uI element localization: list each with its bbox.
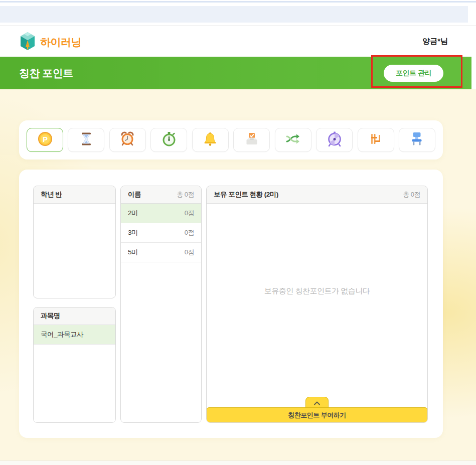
bell-icon [203, 131, 218, 148]
activity-toolbar: P [19, 120, 443, 160]
browser-chrome-band [0, 6, 468, 23]
tool-roulette-wheel-button[interactable] [316, 128, 353, 152]
shuffle-icon [285, 131, 301, 149]
chevron-up-icon [313, 398, 321, 407]
tool-praise-point-button[interactable]: P [27, 128, 63, 152]
point-coin-icon: P [37, 131, 53, 149]
logo-text: 하이러닝 [40, 35, 81, 49]
student-name: 2미 [128, 209, 138, 218]
class-panel-title: 학년 반 [41, 190, 62, 199]
logo-cube-icon [19, 31, 36, 53]
student-points: 0점 [185, 228, 194, 237]
praise-point-card: 학년 반 과목명 국어_과목교사 이름 총 0점 2미 0점 3미 [19, 170, 443, 438]
subject-panel: 과목명 국어_과목교사 [33, 307, 116, 423]
top-accent-line [0, 1, 476, 3]
tool-alarm-clock-button[interactable] [109, 128, 146, 152]
subject-panel-header: 과목명 [34, 307, 115, 325]
student-name: 3미 [128, 228, 138, 237]
tool-stopwatch-button[interactable] [150, 128, 187, 152]
points-panel-header: 보유 포인트 현황 (2미) 총 0점 [207, 186, 427, 204]
page-title-bar: 칭찬 포인트 포인트 관리 [0, 57, 471, 89]
svg-text:P: P [42, 135, 47, 143]
empty-points-message: 보유중인 칭찬포인트가 없습니다 [207, 286, 427, 296]
name-panel: 이름 총 0점 2미 0점 3미 0점 5미 0점 [120, 186, 202, 423]
points-panel-title: 보유 포인트 현황 (2미) [214, 190, 278, 199]
student-row[interactable]: 2미 0점 [121, 204, 201, 223]
main-content-area: P [0, 89, 476, 460]
tool-bell-button[interactable] [192, 128, 229, 152]
name-panel-title: 이름 [128, 190, 141, 199]
subject-panel-title: 과목명 [41, 312, 60, 321]
give-points-pull-tab[interactable] [305, 397, 329, 408]
point-manage-button[interactable]: 포인트 관리 [384, 65, 443, 82]
student-name: 5미 [128, 248, 138, 257]
chair-icon [409, 131, 425, 149]
app-header: 하이러닝 양금*님 [0, 26, 476, 56]
student-row[interactable]: 5미 0점 [121, 243, 201, 262]
hourglass-icon [79, 131, 94, 148]
ballot-box-icon [244, 131, 260, 149]
roulette-wheel-icon [327, 131, 343, 149]
class-panel-header: 학년 반 [34, 186, 115, 204]
student-row[interactable]: 3미 0점 [121, 223, 201, 243]
tool-chair-button[interactable] [399, 128, 435, 152]
stopwatch-icon [162, 131, 177, 148]
subject-row-label: 국어_과목교사 [41, 330, 83, 339]
name-panel-header: 이름 총 0점 [121, 186, 201, 204]
page-title: 칭찬 포인트 [19, 66, 73, 80]
alarm-clock-icon [119, 131, 135, 149]
class-panel: 학년 반 [33, 186, 116, 298]
student-points: 0점 [185, 248, 194, 257]
app-logo[interactable]: 하이러닝 [19, 31, 81, 53]
footer-strip [0, 460, 476, 465]
points-status-panel: 보유 포인트 현황 (2미) 총 0점 보유중인 칭찬포인트가 없습니다 칭찬포… [206, 186, 428, 423]
tool-hourglass-button[interactable] [68, 128, 104, 152]
give-points-button[interactable]: 칭찬포인트 부여하기 [206, 407, 428, 423]
points-panel-total: 총 0점 [403, 190, 420, 199]
tool-desk-button[interactable] [358, 128, 394, 152]
tool-shuffle-button[interactable] [275, 128, 311, 152]
desk-icon [368, 131, 384, 149]
tool-ballot-box-button[interactable] [233, 128, 270, 152]
username-label[interactable]: 양금*님 [422, 37, 448, 46]
name-panel-total: 총 0점 [177, 190, 194, 199]
student-points: 0점 [185, 209, 194, 218]
subject-row[interactable]: 국어_과목교사 [34, 325, 115, 345]
